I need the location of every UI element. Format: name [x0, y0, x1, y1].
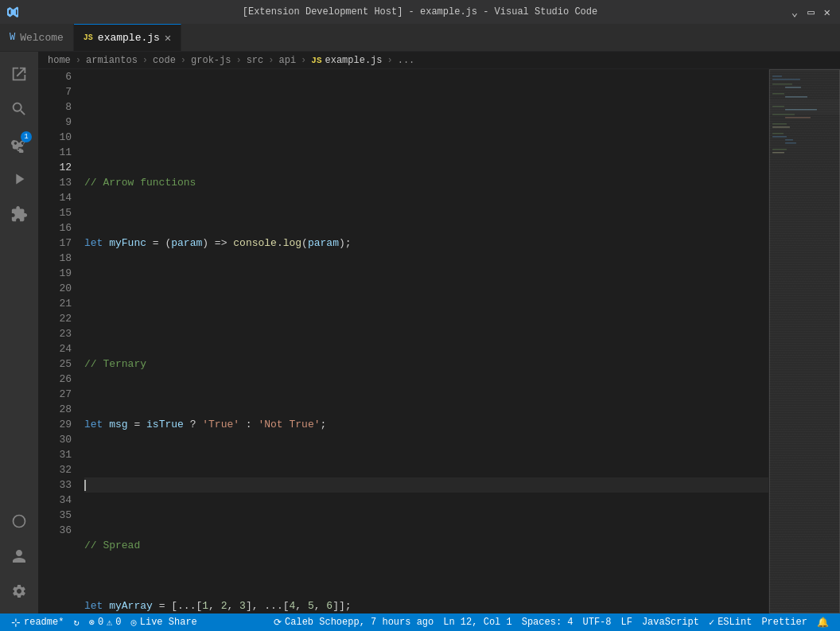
welcome-tab-label: Welcome: [20, 32, 64, 44]
git-icon: ⟳: [274, 617, 282, 629]
settings-icon[interactable]: [3, 575, 35, 607]
code-lines[interactable]: // Arrow functions let myFunc = ( param …: [78, 69, 768, 613]
code-line-7: // Arrow functions: [84, 175, 768, 190]
title-bar: [Extension Development Host] - example.j…: [0, 0, 840, 24]
cursor-position-item[interactable]: Ln 12, Col 1: [438, 613, 516, 631]
example-tab-close[interactable]: ✕: [165, 31, 171, 45]
activity-bar: 1: [0, 52, 38, 613]
code-line-8: let myFunc = ( param ) => console . log …: [84, 236, 768, 251]
spaces-item[interactable]: Spaces: 4: [517, 613, 578, 631]
breadcrumb-code[interactable]: code: [153, 55, 176, 66]
breadcrumb-home[interactable]: home: [48, 55, 71, 66]
account-icon[interactable]: [3, 540, 35, 572]
minimize-icon[interactable]: ⌄: [788, 4, 801, 21]
breadcrumb-src[interactable]: src: [247, 55, 264, 66]
window-controls[interactable]: ⌄ ▭ ✕: [788, 4, 834, 21]
eol-item[interactable]: LF: [616, 613, 637, 631]
title-bar-left-icons: [6, 6, 19, 18]
sidebar-item-search[interactable]: [3, 93, 35, 125]
minimap-viewport: [769, 69, 840, 613]
encoding-item[interactable]: UTF-8: [578, 613, 616, 631]
notifications-item[interactable]: 🔔: [812, 613, 834, 631]
live-share-item[interactable]: ◎ Live Share: [126, 613, 202, 631]
remote-status-item[interactable]: ⊹ readme*: [6, 613, 68, 631]
sidebar-item-explorer[interactable]: [3, 58, 35, 90]
breadcrumb: home › armiantos › code › grok-js › src …: [38, 52, 840, 69]
errors-status-item[interactable]: ⊗ 0 ⚠ 0: [84, 613, 126, 631]
code-line-9: [84, 296, 768, 311]
code-content: 6 7 8 9 10 11 12 13 14 15 16 17 18 19 20…: [38, 69, 768, 613]
bell-icon: 🔔: [817, 617, 829, 629]
welcome-tab-icon: W: [10, 32, 15, 43]
breadcrumb-api[interactable]: api: [278, 55, 296, 66]
cursor-position-label: Ln 12, Col 1: [443, 617, 511, 628]
prettier-item[interactable]: Prettier: [756, 613, 812, 631]
warnings-count: 0: [115, 617, 121, 628]
vscode-logo-icon: [6, 6, 19, 18]
eslint-check-icon: ✓: [709, 617, 714, 629]
prettier-label: Prettier: [761, 617, 807, 628]
breadcrumb-file[interactable]: example.js: [325, 55, 383, 66]
sidebar-item-extensions[interactable]: [3, 198, 35, 230]
sidebar-item-source-control[interactable]: 1: [3, 128, 35, 160]
breadcrumb-ellipsis[interactable]: ...: [398, 55, 415, 66]
code-line-10: // Ternary: [84, 356, 768, 372]
code-editor[interactable]: 6 7 8 9 10 11 12 13 14 15 16 17 18 19 20…: [38, 69, 840, 613]
breadcrumb-grok-js[interactable]: grok-js: [191, 55, 231, 66]
errors-count: 0: [98, 617, 103, 628]
example-tab-icon: JS: [84, 33, 93, 42]
language-mode-item[interactable]: JavaScript: [637, 613, 704, 631]
sync-status-item[interactable]: ↻: [68, 613, 84, 631]
restore-icon[interactable]: ▭: [804, 4, 817, 21]
code-line-12: [84, 477, 768, 493]
remote-status-label: readme*: [24, 617, 64, 628]
status-bar: ⊹ readme* ↻ ⊗ 0 ⚠ 0 ◎ Live Share ⟳ Caleb…: [0, 613, 840, 631]
code-line-14: let myArray = [...[ 1 , 2 , 3 ], ...[ 4 …: [84, 598, 768, 613]
language-mode-label: JavaScript: [642, 617, 699, 628]
encoding-label: UTF-8: [583, 617, 612, 628]
tab-example-js[interactable]: JS example.js ✕: [74, 24, 181, 51]
live-share-icon: ◎: [131, 617, 137, 629]
close-icon[interactable]: ✕: [821, 4, 834, 21]
live-share-label: Live Share: [140, 617, 197, 628]
minimap: [768, 69, 840, 613]
code-line-6: [84, 115, 768, 130]
code-line-13: // Spread: [84, 538, 768, 553]
editor-area: home › armiantos › code › grok-js › src …: [38, 52, 840, 613]
tab-welcome[interactable]: W Welcome: [0, 24, 74, 51]
text-cursor: [84, 480, 86, 491]
eslint-label: ESLint: [718, 617, 752, 628]
remote-icon[interactable]: [3, 505, 35, 537]
warnings-icon: ⚠: [107, 617, 112, 629]
errors-icon: ⊗: [89, 617, 95, 629]
tab-bar: W Welcome JS example.js ✕: [0, 24, 840, 52]
breadcrumb-armiantos[interactable]: armiantos: [86, 55, 138, 66]
window-title: [Extension Development Host] - example.j…: [243, 6, 597, 18]
example-tab-label: example.js: [98, 32, 160, 44]
line-numbers: 6 7 8 9 10 11 12 13 14 15 16 17 18 19 20…: [38, 69, 78, 613]
source-control-badge: 1: [21, 131, 32, 142]
main-layout: 1 home › armiantos › code: [0, 52, 840, 613]
git-author-label: Caleb Schoepp, 7 hours ago: [285, 617, 434, 628]
eol-label: LF: [621, 617, 632, 628]
code-line-11: let msg = isTrue ? 'True' : 'Not True' ;: [84, 417, 768, 432]
sync-icon: ↻: [73, 617, 79, 629]
activity-bar-bottom: [3, 505, 35, 613]
eslint-item[interactable]: ✓ ESLint: [704, 613, 756, 631]
remote-status-icon: ⊹: [11, 616, 21, 629]
git-author-item[interactable]: ⟳ Caleb Schoepp, 7 hours ago: [269, 613, 438, 631]
spaces-label: Spaces: 4: [522, 617, 574, 628]
sidebar-item-run-debug[interactable]: [3, 163, 35, 195]
